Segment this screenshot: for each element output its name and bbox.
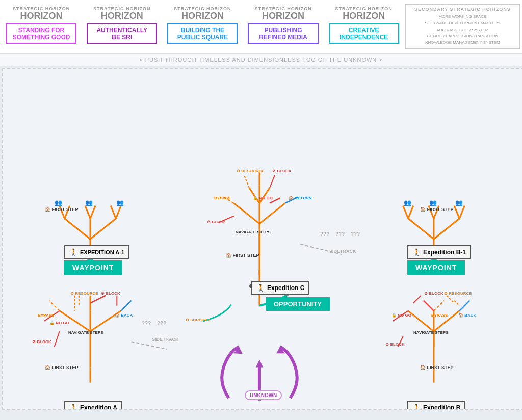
svg-line-61 <box>454 206 459 219</box>
svg-line-48 <box>434 301 444 311</box>
label-firstStep-rightTop: 🏠 FIRST STEP <box>420 207 454 212</box>
expedition-b-icon: 🚶 <box>412 404 421 410</box>
svg-line-18 <box>111 206 116 219</box>
svg-line-19 <box>116 206 121 219</box>
label-firstStep-center: 🏠 FIRST STEP <box>226 253 259 258</box>
horizon-card-5: STRATEGIC HORIZON HORIZON CREATIVE INDEP… <box>325 4 403 49</box>
svg-line-54 <box>408 219 434 239</box>
label-qqq-left1: ??? <box>142 321 151 326</box>
fog-bar: < PUSH THROUGH TIMELESS AND DIMENSIONLES… <box>0 54 522 66</box>
horizon-badge-3: BUILDING THE PUBLIC SQUARE <box>167 23 238 44</box>
svg-text:👥: 👥 <box>404 199 412 206</box>
fog-text: < PUSH THROUGH TIMELESS AND DIMENSIONLES… <box>139 57 383 63</box>
label-firstStep-leftTop: 🏠 FIRST STEP <box>45 207 79 212</box>
unknown-badge: UNKNOWN <box>245 390 282 400</box>
waypoint-right-box[interactable]: WAYPOINT <box>407 260 465 275</box>
svg-line-56 <box>434 219 459 239</box>
header: STRATEGIC HORIZON HORIZON STANDING FOR S… <box>0 0 522 54</box>
label-resource-right: ⊘ RESOURCE <box>444 291 472 296</box>
horizon-badge-1: STANDING FOR SOMETHING GOOD <box>6 23 76 44</box>
label-block-right2: ⊘ BLOCK <box>424 291 443 296</box>
expedition-a-icon: 🚶 <box>69 404 78 410</box>
canvas-svg: 👥 👥 👥 👥 👥 👥 <box>3 69 522 409</box>
expedition-a-label: Expedition A <box>80 404 117 410</box>
expedition-a1-box[interactable]: 🚶 EXPEDITION A-1 <box>64 245 129 259</box>
expedition-b1-box[interactable]: 🚶 Expedition B-1 <box>407 245 471 259</box>
svg-line-67 <box>131 342 167 349</box>
label-bypass-left: BYPASS <box>38 313 54 318</box>
svg-line-29 <box>259 203 285 224</box>
label-qqq-left2: ??? <box>157 321 166 326</box>
expedition-c-box[interactable]: 🚶 Expedition C <box>251 281 309 295</box>
svg-line-7 <box>121 301 131 311</box>
expedition-b1-label: Expedition B-1 <box>423 249 466 256</box>
svg-line-5 <box>90 296 106 303</box>
label-firstStep-rightBot: 🏠 FIRST STEP <box>420 365 454 370</box>
label-resource-left: ⊘ RESOURCE <box>70 291 98 296</box>
label-firstStep-leftBot: 🏠 FIRST STEP <box>45 365 79 370</box>
label-qqq-c2: ??? <box>335 231 345 237</box>
horizon-title-1: HORIZON <box>20 11 63 21</box>
expedition-c-icon: 🚶 <box>256 284 265 292</box>
waypoint-left-box[interactable]: WAYPOINT <box>64 260 122 275</box>
label-block-left: ⊘ BLOCK <box>32 339 51 344</box>
label-bypass-center: BYPASS <box>214 196 230 200</box>
svg-line-13 <box>90 219 116 239</box>
expedition-a1-label: EXPEDITION A-1 <box>80 249 124 255</box>
svg-line-47 <box>424 301 434 311</box>
label-nav-right: NAVIGATE STEPS <box>413 330 449 335</box>
svg-line-33 <box>244 175 249 188</box>
secondary-title: SECONDARY STRATEGIC HORIZONS <box>414 7 511 12</box>
expedition-b1-icon: 🚶 <box>412 248 421 256</box>
secondary-items: MORE WORKING SPACE SOFTWARE DEVELOPMENT … <box>425 14 500 46</box>
svg-line-57 <box>403 206 408 219</box>
svg-text:👥: 👥 <box>55 199 63 206</box>
label-nav-center: NAVIGATE STEPS <box>236 230 271 234</box>
horizon-card-3: STRATEGIC HORIZON HORIZON BUILDING THE P… <box>163 4 242 49</box>
svg-text:👥: 👥 <box>429 199 437 206</box>
svg-line-44 <box>408 311 434 331</box>
horizon-badge-2: AUTHENTICALLY BE SRI <box>87 23 157 44</box>
label-block-center: ⊘ BLOCK <box>207 220 226 224</box>
svg-marker-69 <box>256 359 263 367</box>
svg-line-94 <box>413 296 421 303</box>
label-sidetrack-left: SIDETRACK <box>152 337 179 342</box>
horizon-card-1: STRATEGIC HORIZON HORIZON STANDING FOR S… <box>2 4 81 49</box>
label-qqq-c1: ??? <box>320 231 329 237</box>
label-block-center-top: ⊘ BLOCK <box>272 169 292 173</box>
svg-line-21 <box>55 331 60 347</box>
label-return-center: 🏠 RETURN <box>289 196 312 200</box>
label-block-left2: ⊘ BLOCK <box>101 291 120 296</box>
svg-line-16 <box>85 206 90 219</box>
horizon-title-4: HORIZON <box>262 11 304 21</box>
horizon-title-5: HORIZON <box>343 11 385 21</box>
expedition-b-box[interactable]: 🚶 Expedition B <box>407 401 465 410</box>
svg-line-11 <box>65 219 90 239</box>
label-bypass-right: BYPASS <box>431 313 448 318</box>
svg-line-66 <box>454 301 459 306</box>
horizon-title-2: HORIZON <box>101 11 143 21</box>
opportunity-box[interactable]: OPPORTUNITY <box>266 297 330 311</box>
svg-line-49 <box>459 301 469 311</box>
svg-line-6 <box>49 301 60 311</box>
horizon-card-2: STRATEGIC HORIZON HORIZON AUTHENTICALLY … <box>83 4 161 49</box>
horizon-badge-4: PUBLISHING REFINED MEDIA <box>248 23 318 44</box>
label-sidetrack-center: SIDETRACK <box>329 249 356 254</box>
svg-text:👥: 👥 <box>116 199 124 206</box>
horizon-badge-5: CREATIVE INDEPENDENCE <box>329 23 399 44</box>
label-qqq-c3: ??? <box>351 231 360 237</box>
svg-text:👥: 👥 <box>455 199 463 206</box>
expedition-a-box[interactable]: 🚶 Expedition A <box>64 401 122 410</box>
svg-line-58 <box>408 206 413 219</box>
label-back-left: 🏠 BACK <box>115 313 133 318</box>
label-nogo-center: 🔒 NO GO <box>253 196 273 200</box>
label-nogo-left: 🔒 NO GO <box>49 321 69 325</box>
expedition-c-label: Expedition C <box>267 284 304 292</box>
svg-line-27 <box>234 203 259 224</box>
expedition-a1-icon: 🚶 <box>69 248 78 256</box>
main-canvas: 👥 👥 👥 👥 👥 👥 🏠 FIRST STEP 🏠 FIRST STEP ⊘ … <box>2 68 522 410</box>
secondary-horizons-card: SECONDARY STRATEGIC HORIZONS MORE WORKIN… <box>405 4 520 49</box>
label-block-right: ⊘ BLOCK <box>385 342 405 347</box>
label-nogo-right: 🔒 NO GO <box>392 313 411 318</box>
svg-text:👥: 👥 <box>85 199 93 206</box>
